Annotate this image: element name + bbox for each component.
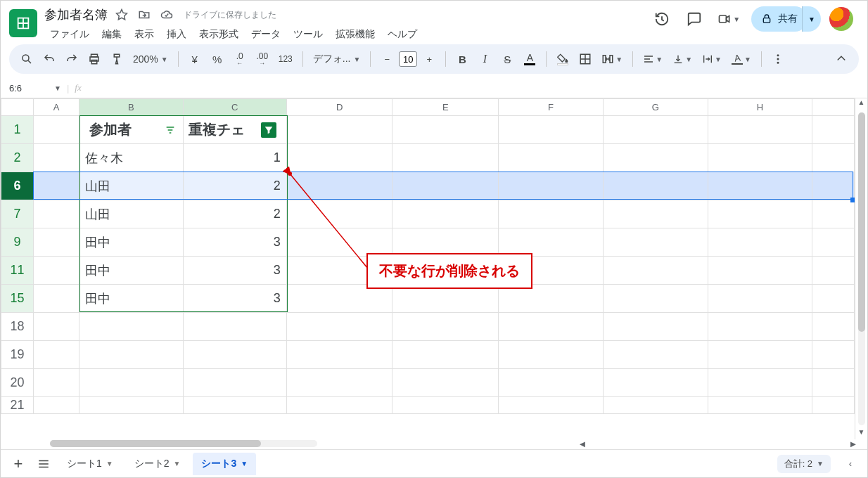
doc-title[interactable]: 参加者名簿: [44, 6, 108, 23]
zoom-select[interactable]: 200%▼: [130, 49, 171, 69]
merge-button[interactable]: ▼: [599, 49, 625, 69]
undo-icon[interactable]: [40, 49, 58, 69]
cell-G7[interactable]: [603, 200, 708, 228]
more-toolbar-icon[interactable]: [769, 49, 787, 69]
cell-D9[interactable]: [286, 228, 392, 257]
add-sheet-button[interactable]: +: [8, 453, 29, 474]
account-avatar[interactable]: [829, 7, 853, 31]
collapse-toolbar-icon[interactable]: [832, 49, 850, 69]
sheet-tab-1[interactable]: シート1▼: [58, 453, 122, 475]
sheets-logo[interactable]: [9, 9, 37, 37]
rotate-button[interactable]: A▼: [729, 49, 754, 69]
cell-G19[interactable]: [603, 341, 708, 369]
currency-button[interactable]: ¥: [186, 49, 204, 69]
column-header-F[interactable]: F: [499, 99, 604, 116]
wrap-button[interactable]: ▼: [699, 49, 725, 69]
move-icon[interactable]: [136, 6, 153, 23]
cell-C15[interactable]: 3: [183, 285, 286, 313]
menu-file[interactable]: ファイル: [44, 25, 95, 44]
cell-B18[interactable]: [79, 313, 183, 341]
cell-C18[interactable]: [183, 313, 286, 341]
row-header-6[interactable]: 6: [1, 172, 34, 200]
cell-G18[interactable]: [603, 313, 708, 341]
menu-insert[interactable]: 挿入: [161, 25, 192, 44]
cell-E1[interactable]: [392, 116, 499, 144]
cell-C21[interactable]: [183, 397, 286, 414]
cell-A21[interactable]: [33, 397, 79, 414]
cell-D19[interactable]: [286, 341, 392, 369]
cell-G2[interactable]: [603, 144, 708, 172]
cell-A6[interactable]: [33, 172, 79, 200]
vertical-scrollbar[interactable]: ▲ ▼: [855, 98, 867, 439]
cell-F20[interactable]: [499, 369, 604, 397]
cell-E7[interactable]: [392, 200, 499, 228]
menu-format[interactable]: 表示形式: [193, 25, 244, 44]
cell-A19[interactable]: [33, 341, 79, 369]
cell-H21[interactable]: [708, 397, 812, 414]
cell-C1[interactable]: 重複チェ: [183, 116, 286, 144]
cell-F2[interactable]: [499, 144, 604, 172]
column-header-A[interactable]: A: [33, 99, 79, 116]
cell-B2[interactable]: 佐々木: [79, 144, 183, 172]
cell-G6[interactable]: [603, 172, 708, 200]
cell-E21[interactable]: [392, 397, 499, 414]
sheet-tab-3[interactable]: シート3▼: [193, 453, 256, 475]
column-header-E[interactable]: E: [392, 99, 499, 116]
cell-D18[interactable]: [286, 313, 392, 341]
column-header-C[interactable]: C: [183, 99, 286, 116]
cell-C9[interactable]: 3: [183, 228, 286, 257]
row-header-2[interactable]: 2: [1, 144, 34, 172]
cell-H9[interactable]: [708, 228, 812, 257]
font-select[interactable]: デフォ...▼: [310, 49, 364, 69]
cell-A2[interactable]: [33, 144, 79, 172]
name-box-caret-icon[interactable]: ▼: [54, 84, 61, 92]
meet-icon[interactable]: ▼: [715, 7, 743, 31]
column-header-G[interactable]: G: [603, 99, 708, 116]
cell-A18[interactable]: [33, 313, 79, 341]
star-icon[interactable]: [113, 6, 130, 23]
cell-G9[interactable]: [603, 228, 708, 257]
cell-B20[interactable]: [79, 369, 183, 397]
cell-E2[interactable]: [392, 144, 499, 172]
scroll-left-icon[interactable]: ◄: [577, 438, 588, 449]
cell-F9[interactable]: [499, 228, 604, 257]
menu-tools[interactable]: ツール: [288, 25, 328, 44]
row-header-21[interactable]: 21: [1, 397, 34, 414]
selection-handle[interactable]: [850, 198, 855, 202]
cell-A11[interactable]: [33, 257, 79, 285]
explore-toggle-icon[interactable]: ‹: [841, 454, 860, 474]
row-header-1[interactable]: 1: [1, 116, 34, 144]
share-caret[interactable]: ▼: [802, 6, 821, 32]
horizontal-scrollbar[interactable]: [50, 440, 317, 447]
fill-color-button[interactable]: [554, 49, 572, 69]
comments-icon[interactable]: [682, 7, 706, 31]
menu-view[interactable]: 表示: [129, 25, 160, 44]
row-header-15[interactable]: 15: [1, 285, 34, 313]
cell-D2[interactable]: [286, 144, 392, 172]
cell-A1[interactable]: [33, 116, 79, 144]
cell-H7[interactable]: [708, 200, 812, 228]
sheet-tab-2[interactable]: シート2▼: [126, 453, 189, 475]
text-color-button[interactable]: A: [521, 49, 539, 69]
share-button[interactable]: 共有: [751, 6, 808, 32]
borders-button[interactable]: [576, 49, 594, 69]
print-icon[interactable]: [85, 49, 103, 69]
cell-F1[interactable]: [499, 116, 604, 144]
cell-E6[interactable]: [392, 172, 499, 200]
cell-D21[interactable]: [286, 397, 392, 414]
v-align-button[interactable]: ▼: [670, 49, 695, 69]
paint-format-icon[interactable]: [108, 49, 126, 69]
cell-B15[interactable]: 田中: [79, 285, 183, 313]
cell-F21[interactable]: [499, 397, 604, 414]
row-header-18[interactable]: 18: [1, 313, 34, 341]
column-header-B[interactable]: B: [79, 99, 183, 116]
cell-H18[interactable]: [708, 313, 812, 341]
menu-help[interactable]: ヘルプ: [382, 25, 423, 44]
cell-H1[interactable]: [708, 116, 812, 144]
redo-icon[interactable]: [63, 49, 81, 69]
cell-A20[interactable]: [33, 369, 79, 397]
cell-F18[interactable]: [499, 313, 604, 341]
cell-G15[interactable]: [603, 285, 708, 313]
percent-button[interactable]: %: [208, 49, 226, 69]
decrease-decimal-button[interactable]: .0←: [231, 49, 249, 69]
